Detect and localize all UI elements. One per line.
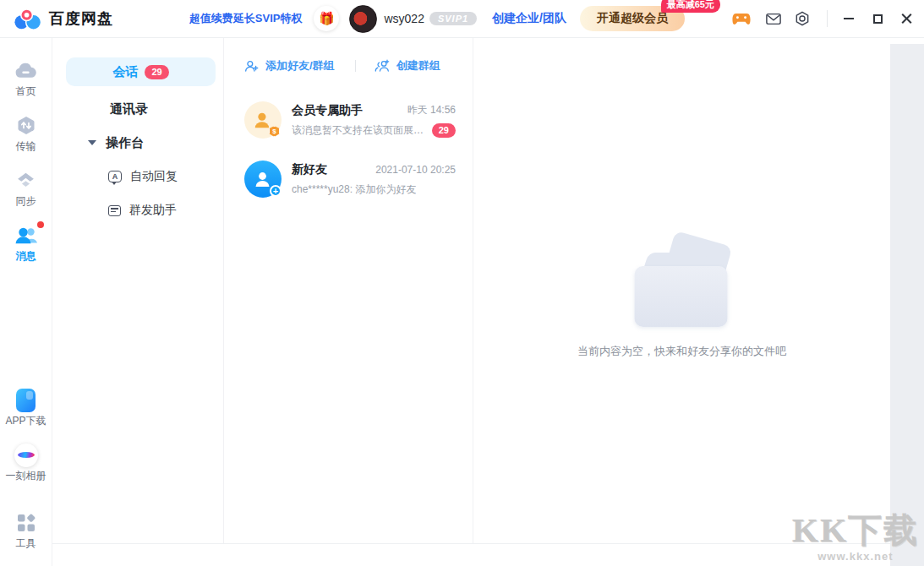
rail-label: 首页: [16, 85, 36, 97]
session-label: 会话: [112, 64, 138, 80]
add-friend-label: 添加好友/群组: [265, 58, 335, 73]
empty-folder-icon: [626, 239, 738, 327]
bottom-strip: [52, 543, 924, 566]
chevron-down-icon: [88, 140, 96, 145]
chat-unread-badge: 29: [432, 123, 456, 138]
auto-reply-icon: A: [108, 171, 122, 182]
rail-item-sync[interactable]: 同步: [15, 169, 36, 207]
rail-label: 一刻相册: [6, 470, 46, 482]
chat-preview: che*****yu28: 添加你为好友: [292, 182, 416, 197]
upgrade-button-label: 开通超级会员: [597, 11, 668, 24]
notification-dot: [37, 221, 44, 228]
empty-state-text: 当前内容为空，快来和好友分享你的文件吧: [577, 344, 786, 359]
mass-send-icon: [108, 205, 121, 216]
rail-item-album[interactable]: 一刻相册: [6, 444, 46, 482]
chat-item-vip-assistant[interactable]: $ 会员专属助手 昨天 14:56 该消息暂不支持在该页面展示... 29: [244, 90, 456, 150]
upgrade-membership-button[interactable]: 开通超级会员 最高减65元: [580, 6, 685, 31]
sync-icon: [15, 169, 36, 192]
app-title: 百度网盘: [49, 8, 113, 29]
rail-item-messages[interactable]: 消息: [14, 224, 38, 262]
tab-contacts[interactable]: 通讯录: [110, 101, 223, 117]
rail-item-tools[interactable]: 工具: [16, 511, 36, 549]
mail-icon[interactable]: [766, 13, 781, 25]
subnav-item-mass-send[interactable]: 群发助手: [108, 202, 223, 219]
tab-console[interactable]: 操作台: [88, 134, 223, 151]
person-icon: [252, 109, 274, 131]
rail-label: APP下载: [5, 415, 46, 427]
message-subnav: 会话 29 通讯录 操作台 A 自动回复 群发助手: [52, 38, 224, 543]
plus-badge-icon: +: [270, 185, 282, 197]
app-window: 百度网盘 超值续费延长SVIP特权 🎁 wsy022 SVIP1 创建企业/团队…: [0, 0, 924, 566]
phone-download-icon: [16, 389, 36, 411]
maximize-button[interactable]: [870, 11, 885, 26]
chat-title: 新好友: [292, 162, 327, 177]
chat-item-body: 新好友 2021-07-10 20:25 che*****yu28: 添加你为好…: [292, 162, 456, 197]
group-plus-icon: [375, 59, 390, 73]
chat-items: $ 会员专属助手 昨天 14:56 该消息暂不支持在该页面展示... 29: [244, 90, 456, 209]
album-lens-icon: [14, 444, 38, 466]
baidu-netdisk-logo-icon: [14, 7, 42, 31]
transfer-icon: [16, 114, 36, 137]
auto-reply-label: 自动回复: [130, 169, 178, 184]
rail-label: 传输: [16, 140, 36, 152]
titlebar-divider: [827, 10, 828, 27]
rail-label: 同步: [16, 195, 36, 207]
chat-title: 会员专属助手: [292, 103, 363, 118]
mass-send-label: 群发助手: [129, 203, 177, 218]
svip-level-badge: SVIP1: [429, 12, 477, 25]
user-avatar[interactable]: [349, 5, 377, 33]
actions-divider: [355, 60, 356, 72]
settings-gear-icon[interactable]: [795, 11, 810, 26]
cloud-icon: [14, 59, 37, 82]
chat-preview: 该消息暂不支持在该页面展示...: [292, 123, 432, 138]
svip-renew-link[interactable]: 超值续费延长SVIP特权: [189, 11, 303, 26]
session-unread-badge: 29: [145, 65, 168, 79]
new-friend-avatar: +: [244, 161, 282, 198]
person-plus-icon: [244, 59, 259, 73]
chat-time: 昨天 14:56: [407, 103, 456, 117]
tab-session[interactable]: 会话 29: [66, 57, 216, 86]
vip-assistant-avatar: $: [244, 101, 282, 139]
username[interactable]: wsy022: [384, 12, 424, 25]
chat-list-panel: 添加好友/群组 创建群组: [224, 38, 473, 543]
chat-actions: 添加好友/群组 创建群组: [244, 53, 456, 79]
chat-time: 2021-07-10 20:25: [375, 164, 456, 176]
person-icon: [253, 169, 273, 189]
chat-item-new-friend[interactable]: + 新好友 2021-07-10 20:25 che*****yu28: 添加你…: [244, 150, 456, 209]
create-group-button[interactable]: 创建群组: [375, 58, 440, 73]
conversation-panel: 当前内容为空，快来和好友分享你的文件吧: [473, 38, 924, 543]
chat-item-body: 会员专属助手 昨天 14:56 该消息暂不支持在该页面展示... 29: [292, 103, 456, 138]
minimize-button[interactable]: [841, 11, 856, 26]
console-label: 操作台: [106, 134, 144, 151]
rail-item-app-download[interactable]: APP下载: [5, 389, 46, 427]
add-friend-button[interactable]: 添加好友/群组: [244, 58, 335, 73]
right-panel-strip: [890, 44, 924, 566]
create-team-link[interactable]: 创建企业/团队: [492, 11, 566, 26]
create-group-label: 创建群组: [396, 58, 440, 73]
gift-icon[interactable]: 🎁: [314, 6, 339, 31]
tools-grid-icon: [17, 511, 36, 534]
left-rail: 首页 传输 同步: [0, 38, 52, 566]
content-columns: 会话 29 通讯录 操作台 A 自动回复 群发助手: [52, 38, 924, 543]
titlebar: 百度网盘 超值续费延长SVIP特权 🎁 wsy022 SVIP1 创建企业/团队…: [0, 0, 924, 38]
close-button[interactable]: [899, 11, 914, 26]
right-part: 会话 29 通讯录 操作台 A 自动回复 群发助手: [52, 38, 924, 566]
app-body: 首页 传输 同步: [0, 38, 924, 566]
rail-item-home[interactable]: 首页: [14, 59, 37, 97]
gamepad-icon[interactable]: [732, 13, 751, 25]
message-people-icon: [14, 224, 38, 247]
empty-state: 当前内容为空，快来和好友分享你的文件吧: [577, 239, 786, 359]
rail-item-transfer[interactable]: 传输: [16, 114, 36, 152]
rail-label: 工具: [16, 537, 36, 549]
rail-label: 消息: [16, 250, 36, 262]
discount-badge: 最高减65元: [661, 0, 720, 13]
subnav-item-auto-reply[interactable]: A 自动回复: [108, 168, 223, 185]
